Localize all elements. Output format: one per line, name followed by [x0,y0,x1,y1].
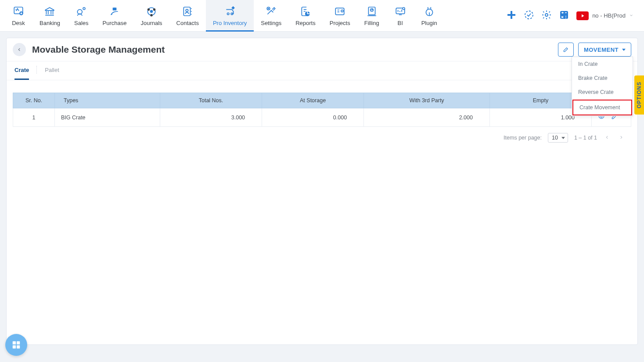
svg-point-7 [148,8,150,10]
svg-point-12 [227,13,229,14]
page-header: Movable Storage Management MOVEMENT In C… [7,38,637,61]
desk-icon [12,6,25,17]
chevron-down-icon [622,49,626,51]
nav-sales[interactable]: Sales [67,0,96,32]
bi-icon [394,6,407,17]
filling-icon [366,6,378,17]
movement-button[interactable]: MOVEMENT [578,43,631,57]
top-navigation: Desk Banking Sales Purchase Journals Con… [0,0,644,32]
svg-point-11 [186,9,188,11]
svg-rect-14 [231,6,235,10]
dropdown-item-brake-crate[interactable]: Brake Crate [572,71,633,85]
page-range: 1 – 1 of 1 [574,135,597,141]
page-card: Movable Storage Management MOVEMENT In C… [6,38,638,345]
gear-icon[interactable] [541,10,552,22]
nav-filling[interactable]: Filling [357,0,386,32]
col-sr: Sr. No. [13,93,55,108]
nav-plugin[interactable]: Plugin [414,0,444,32]
nav-pro-inventory[interactable]: Pro Inventory [206,0,254,32]
table-header-row: Sr. No. Types Total Nos. At Storage With… [13,93,631,108]
options-side-tab[interactable]: OPTIONS [634,75,644,115]
dropdown-item-in-crate[interactable]: In Crate [572,57,633,71]
nav-label: Filling [364,20,379,26]
nav-label: Settings [261,20,281,26]
tab-pallet[interactable]: Pallet [45,61,59,80]
svg-point-23 [525,11,533,19]
nav-purchase[interactable]: Purchase [96,0,134,32]
svg-rect-30 [17,341,20,344]
table-container: Sr. No. Types Total Nos. At Storage With… [7,80,637,129]
add-icon[interactable] [506,10,517,22]
topnav-right: no - HB(Prod [506,10,640,22]
col-types: Types [55,93,160,108]
col-total: Total Nos. [160,93,262,108]
movement-label: MOVEMENT [584,47,619,53]
nav-desk[interactable]: Desk [4,0,32,32]
col-storage: At Storage [262,93,364,108]
nav-settings[interactable]: Settings [254,0,288,32]
nav-items: Desk Banking Sales Purchase Journals Con… [4,0,444,32]
plugin-icon [423,6,435,17]
nav-banking[interactable]: Banking [32,0,67,32]
svg-point-24 [545,14,548,16]
per-page-value: 10 [552,135,558,141]
tabs: Crate Pallet [7,61,637,80]
projects-icon [334,6,346,17]
nav-label: Sales [74,20,89,26]
nav-reports[interactable]: Reports [288,0,323,32]
svg-point-8 [153,8,155,10]
nav-bi[interactable]: BI [386,0,414,32]
page-title: Movable Storage Management [32,44,165,55]
nav-label: Banking [40,20,60,26]
nav-label: Plugin [421,20,437,26]
storage-table: Sr. No. Types Total Nos. At Storage With… [13,93,631,127]
chevron-down-icon [629,12,633,19]
prev-page-button[interactable] [603,134,611,142]
reports-icon [299,6,312,17]
contacts-icon [181,6,194,17]
dropdown-item-reverse-crate[interactable]: Reverse Crate [572,85,633,99]
nav-label: Projects [330,20,350,26]
youtube-icon [576,11,589,20]
calculator-icon[interactable] [559,10,569,22]
sales-icon [75,6,87,17]
nav-label: BI [398,20,403,26]
nav-contacts[interactable]: Contacts [169,0,206,32]
dropdown-item-crate-movement[interactable]: Crate Movement [572,100,632,115]
items-per-page-label: Items per page: [504,135,542,141]
cell-third: 2.000 [364,108,490,127]
cell-total: 3.000 [160,108,262,127]
svg-point-6 [150,10,153,13]
col-third: With 3rd Party [364,93,490,108]
table-row: 1 BIG Crate 3.000 0.000 2.000 1.000 [13,108,631,127]
cell-storage: 0.000 [262,108,364,127]
next-page-button[interactable] [617,134,625,142]
org-selector[interactable]: no - HB(Prod [576,11,633,20]
svg-point-9 [150,14,152,16]
back-button[interactable] [13,43,26,56]
cell-types: BIG Crate [55,108,160,127]
pro-inventory-icon [224,6,236,17]
tab-crate[interactable]: Crate [14,61,29,80]
per-page-select[interactable]: 10 [548,133,568,143]
paginator: Items per page: 10 1 – 1 of 1 [7,129,637,146]
nav-label: Reports [295,20,316,26]
banking-icon [43,6,56,17]
nav-label: Pro Inventory [213,20,247,26]
svg-point-26 [565,16,566,17]
nav-label: Desk [12,20,25,26]
nav-projects[interactable]: Projects [323,0,357,32]
purchase-icon [108,6,121,17]
settings-icon [265,6,277,17]
nav-label: Journals [140,20,162,26]
nav-label: Contacts [176,20,199,26]
journals-icon [145,6,158,17]
org-label: no - HB(Prod [592,12,626,19]
sync-icon[interactable] [524,10,534,22]
svg-rect-29 [13,341,16,344]
nav-journals[interactable]: Journals [133,0,169,32]
cell-sr: 1 [13,108,55,127]
edit-button[interactable] [558,43,574,57]
svg-rect-4 [113,7,117,10]
nav-label: Purchase [103,20,127,26]
